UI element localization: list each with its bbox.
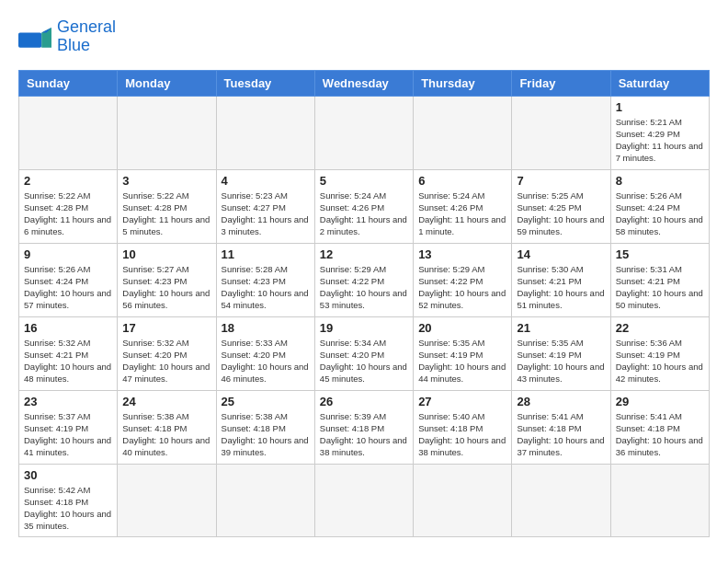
calendar-cell: 18Sunrise: 5:33 AM Sunset: 4:20 PM Dayli… (216, 316, 314, 390)
day-number: 24 (122, 395, 210, 408)
calendar-cell (314, 464, 413, 536)
day-info: Sunrise: 5:26 AM Sunset: 4:24 PM Dayligh… (24, 263, 112, 312)
day-info: Sunrise: 5:38 AM Sunset: 4:18 PM Dayligh… (122, 410, 210, 459)
logo-general: General (57, 17, 116, 36)
day-number: 25 (222, 395, 310, 408)
col-header-tuesday: Tuesday (216, 70, 314, 96)
day-info: Sunrise: 5:33 AM Sunset: 4:20 PM Dayligh… (222, 337, 310, 385)
day-info: Sunrise: 5:24 AM Sunset: 4:26 PM Dayligh… (320, 190, 408, 238)
day-info: Sunrise: 5:32 AM Sunset: 4:20 PM Dayligh… (122, 337, 210, 385)
calendar-cell: 26Sunrise: 5:39 AM Sunset: 4:18 PM Dayli… (314, 390, 413, 464)
calendar-cell: 20Sunrise: 5:35 AM Sunset: 4:19 PM Dayli… (414, 316, 512, 390)
calendar-cell: 1Sunrise: 5:21 AM Sunset: 4:29 PM Daylig… (610, 96, 709, 169)
day-info: Sunrise: 5:35 AM Sunset: 4:19 PM Dayligh… (418, 337, 506, 385)
calendar-cell: 21Sunrise: 5:35 AM Sunset: 4:19 PM Dayli… (512, 316, 610, 390)
day-info: Sunrise: 5:27 AM Sunset: 4:23 PM Dayligh… (122, 263, 210, 312)
col-header-wednesday: Wednesday (314, 70, 413, 96)
calendar-week-3: 9Sunrise: 5:26 AM Sunset: 4:24 PM Daylig… (19, 243, 710, 316)
calendar-cell: 8Sunrise: 5:26 AM Sunset: 4:24 PM Daylig… (610, 169, 709, 243)
day-info: Sunrise: 5:30 AM Sunset: 4:21 PM Dayligh… (517, 263, 605, 312)
day-number: 21 (517, 321, 605, 335)
day-info: Sunrise: 5:41 AM Sunset: 4:18 PM Dayligh… (616, 410, 704, 459)
calendar-cell: 30Sunrise: 5:42 AM Sunset: 4:18 PM Dayli… (19, 464, 118, 536)
day-info: Sunrise: 5:36 AM Sunset: 4:19 PM Dayligh… (616, 337, 704, 385)
logo-text: General Blue (57, 18, 116, 55)
day-info: Sunrise: 5:41 AM Sunset: 4:18 PM Dayligh… (517, 410, 605, 459)
day-number: 6 (418, 174, 506, 188)
day-number: 27 (418, 395, 506, 408)
logo-icon (18, 24, 51, 50)
calendar-cell: 28Sunrise: 5:41 AM Sunset: 4:18 PM Dayli… (512, 390, 610, 464)
day-number: 7 (517, 174, 605, 188)
calendar-cell: 7Sunrise: 5:25 AM Sunset: 4:25 PM Daylig… (512, 169, 610, 243)
day-number: 3 (122, 174, 210, 188)
day-number: 26 (320, 395, 408, 408)
calendar-week-2: 2Sunrise: 5:22 AM Sunset: 4:28 PM Daylig… (19, 169, 710, 243)
day-info: Sunrise: 5:25 AM Sunset: 4:25 PM Dayligh… (517, 190, 605, 238)
day-info: Sunrise: 5:42 AM Sunset: 4:18 PM Dayligh… (24, 484, 112, 533)
day-number: 30 (24, 468, 112, 482)
day-number: 22 (616, 321, 704, 335)
calendar-cell: 2Sunrise: 5:22 AM Sunset: 4:28 PM Daylig… (19, 169, 118, 243)
calendar-week-4: 16Sunrise: 5:32 AM Sunset: 4:21 PM Dayli… (19, 316, 710, 390)
day-info: Sunrise: 5:35 AM Sunset: 4:19 PM Dayligh… (517, 337, 605, 385)
calendar-cell (118, 96, 216, 169)
calendar-cell (512, 96, 610, 169)
day-info: Sunrise: 5:21 AM Sunset: 4:29 PM Dayligh… (616, 116, 704, 165)
calendar-cell (414, 96, 512, 169)
calendar-cell: 15Sunrise: 5:31 AM Sunset: 4:21 PM Dayli… (610, 243, 709, 316)
col-header-sunday: Sunday (19, 70, 118, 96)
col-header-saturday: Saturday (610, 70, 709, 96)
day-number: 5 (320, 174, 408, 188)
day-info: Sunrise: 5:31 AM Sunset: 4:21 PM Dayligh… (616, 263, 704, 312)
calendar-cell (118, 464, 216, 536)
calendar-cell: 5Sunrise: 5:24 AM Sunset: 4:26 PM Daylig… (314, 169, 413, 243)
calendar-cell: 24Sunrise: 5:38 AM Sunset: 4:18 PM Dayli… (118, 390, 216, 464)
day-number: 9 (24, 247, 112, 261)
day-number: 18 (222, 321, 310, 335)
day-number: 15 (616, 247, 704, 261)
calendar-cell (216, 96, 314, 169)
day-number: 14 (517, 247, 605, 261)
calendar-cell (610, 464, 709, 536)
calendar-week-1: 1Sunrise: 5:21 AM Sunset: 4:29 PM Daylig… (19, 96, 710, 169)
calendar-week-6: 30Sunrise: 5:42 AM Sunset: 4:18 PM Dayli… (19, 464, 710, 536)
col-header-monday: Monday (118, 70, 216, 96)
day-number: 4 (222, 174, 310, 188)
day-info: Sunrise: 5:29 AM Sunset: 4:22 PM Dayligh… (320, 263, 408, 312)
day-number: 29 (616, 395, 704, 408)
calendar-cell: 25Sunrise: 5:38 AM Sunset: 4:18 PM Dayli… (216, 390, 314, 464)
day-number: 17 (122, 321, 210, 335)
day-number: 2 (24, 174, 112, 188)
day-info: Sunrise: 5:26 AM Sunset: 4:24 PM Dayligh… (616, 190, 704, 238)
day-info: Sunrise: 5:28 AM Sunset: 4:23 PM Dayligh… (222, 263, 310, 312)
calendar-cell: 10Sunrise: 5:27 AM Sunset: 4:23 PM Dayli… (118, 243, 216, 316)
page-header: General Blue (18, 18, 710, 55)
day-number: 12 (320, 247, 408, 261)
day-number: 20 (418, 321, 506, 335)
calendar-cell: 27Sunrise: 5:40 AM Sunset: 4:18 PM Dayli… (414, 390, 512, 464)
day-info: Sunrise: 5:39 AM Sunset: 4:18 PM Dayligh… (320, 410, 408, 459)
calendar-cell: 9Sunrise: 5:26 AM Sunset: 4:24 PM Daylig… (19, 243, 118, 316)
day-info: Sunrise: 5:23 AM Sunset: 4:27 PM Dayligh… (222, 190, 310, 238)
day-info: Sunrise: 5:22 AM Sunset: 4:28 PM Dayligh… (24, 190, 112, 238)
calendar-cell: 29Sunrise: 5:41 AM Sunset: 4:18 PM Dayli… (610, 390, 709, 464)
logo: General Blue (18, 18, 116, 55)
calendar-cell: 6Sunrise: 5:24 AM Sunset: 4:26 PM Daylig… (414, 169, 512, 243)
day-number: 19 (320, 321, 408, 335)
day-number: 11 (222, 247, 310, 261)
calendar-cell: 16Sunrise: 5:32 AM Sunset: 4:21 PM Dayli… (19, 316, 118, 390)
calendar-cell: 23Sunrise: 5:37 AM Sunset: 4:19 PM Dayli… (19, 390, 118, 464)
col-header-thursday: Thursday (414, 70, 512, 96)
day-number: 23 (24, 395, 112, 408)
calendar-cell (512, 464, 610, 536)
logo-blue: Blue (57, 36, 90, 54)
calendar-cell (216, 464, 314, 536)
calendar-cell: 11Sunrise: 5:28 AM Sunset: 4:23 PM Dayli… (216, 243, 314, 316)
day-number: 10 (122, 247, 210, 261)
day-info: Sunrise: 5:22 AM Sunset: 4:28 PM Dayligh… (122, 190, 210, 238)
calendar-week-5: 23Sunrise: 5:37 AM Sunset: 4:19 PM Dayli… (19, 390, 710, 464)
calendar-cell: 3Sunrise: 5:22 AM Sunset: 4:28 PM Daylig… (118, 169, 216, 243)
day-number: 1 (616, 100, 704, 114)
day-info: Sunrise: 5:29 AM Sunset: 4:22 PM Dayligh… (418, 263, 506, 312)
